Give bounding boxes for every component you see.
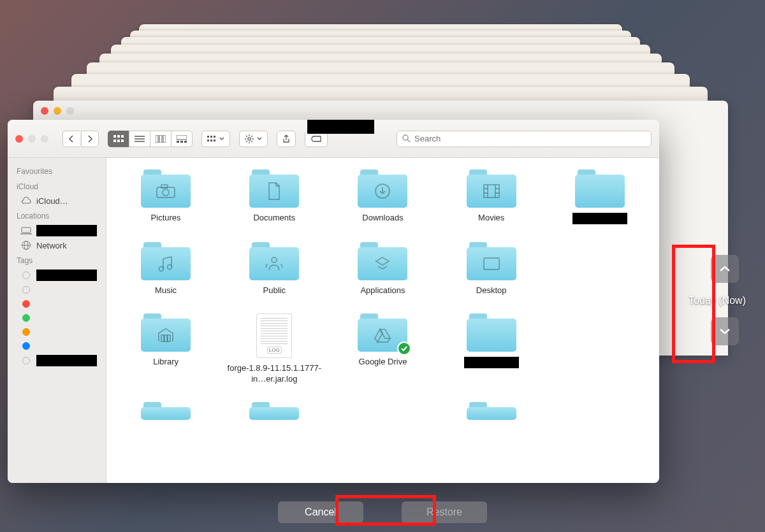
folder-icon <box>358 242 407 280</box>
svg-point-51 <box>272 257 277 262</box>
redacted-label <box>36 270 97 281</box>
folder-item[interactable] <box>548 169 652 224</box>
folder-icon <box>358 169 407 208</box>
sidebar-section-icloud: iCloud <box>8 178 106 194</box>
gear-icon <box>245 134 254 143</box>
sidebar-item-label: iCloud… <box>36 196 68 206</box>
svg-rect-33 <box>22 227 31 233</box>
sidebar-tag-item[interactable] <box>8 283 106 297</box>
laptop-icon <box>20 226 32 236</box>
svg-rect-52 <box>484 258 499 270</box>
svg-line-30 <box>251 136 252 137</box>
sidebar-tag-item[interactable] <box>8 268 106 283</box>
back-button[interactable] <box>62 131 80 147</box>
folder-icon <box>249 169 299 208</box>
restore-button[interactable]: Restore <box>402 501 487 523</box>
folder-item[interactable]: Downloads <box>331 169 434 224</box>
tag-dot-icon <box>22 271 30 279</box>
sidebar-tag-item[interactable] <box>8 339 106 353</box>
sidebar-tag-item[interactable] <box>8 353 106 368</box>
folder-item[interactable]: Library <box>114 313 217 384</box>
arrange-button[interactable] <box>201 131 230 147</box>
zoom-dot-icon <box>66 107 74 115</box>
svg-rect-53 <box>161 335 164 341</box>
column-view-button[interactable] <box>150 131 171 147</box>
globe-icon <box>20 240 32 250</box>
action-button[interactable] <box>239 131 268 147</box>
svg-rect-20 <box>210 140 212 141</box>
sidebar-section-tags: Tags <box>8 252 106 268</box>
svg-rect-18 <box>214 136 215 138</box>
sidebar-section-locations: Locations <box>8 208 106 223</box>
folder-icon <box>141 242 191 280</box>
sidebar-tag-item[interactable] <box>8 325 106 339</box>
window-close-button[interactable] <box>15 135 23 143</box>
folder-item[interactable]: Applications <box>331 242 434 296</box>
folder-item[interactable]: Documents <box>222 169 326 224</box>
icon-view-button[interactable] <box>108 131 129 147</box>
folder-item[interactable]: Pictures <box>114 169 217 224</box>
item-label: Pictures <box>151 213 181 223</box>
search-icon <box>402 134 411 143</box>
svg-point-39 <box>163 189 169 196</box>
gallery-view-button[interactable] <box>171 131 193 147</box>
folder-item[interactable]: Movies <box>440 169 543 224</box>
sidebar-tag-item[interactable] <box>8 297 106 311</box>
sidebar-item-icloud[interactable]: iCloud… <box>8 194 106 208</box>
folder-item[interactable] <box>222 402 326 420</box>
tag-dot-icon <box>22 342 30 350</box>
folder-icon <box>467 169 516 208</box>
svg-rect-14 <box>180 141 183 143</box>
item-label: Public <box>263 285 286 296</box>
tag-icon <box>310 135 322 143</box>
svg-rect-12 <box>177 135 187 140</box>
chevron-down-icon <box>219 137 224 141</box>
folder-item[interactable] <box>440 313 543 384</box>
forward-button[interactable] <box>81 131 99 147</box>
folder-icon <box>467 242 516 280</box>
svg-rect-40 <box>161 185 168 188</box>
share-icon <box>282 134 290 143</box>
folder-icon <box>141 402 191 420</box>
file-grid[interactable]: PicturesDocumentsDownloadsMoviesMusicPub… <box>106 158 659 483</box>
svg-rect-55 <box>168 335 170 341</box>
svg-rect-17 <box>210 136 212 138</box>
timeline-down-button[interactable] <box>711 317 739 345</box>
file-item[interactable]: LOGforge-1.8.9-11.15.1.1777-in…er.jar.lo… <box>222 313 326 384</box>
item-label: Movies <box>478 213 504 223</box>
sidebar-section-favourites: Favourites <box>8 163 106 178</box>
finder-window: Favourites iCloud iCloud… Locations Netw… <box>8 120 659 483</box>
svg-line-32 <box>407 140 410 142</box>
timeline-up-button[interactable] <box>711 255 739 283</box>
sidebar-item-network[interactable]: Network <box>8 238 106 252</box>
svg-rect-2 <box>121 135 124 138</box>
cancel-button[interactable]: Cancel <box>278 501 363 523</box>
search-input[interactable] <box>414 134 646 143</box>
folder-icon <box>467 313 516 352</box>
folder-item[interactable]: Public <box>222 242 326 296</box>
share-button[interactable] <box>277 131 296 147</box>
redacted-label <box>464 357 519 368</box>
folder-item[interactable]: Music <box>114 242 217 296</box>
sidebar-tag-item[interactable] <box>8 311 106 325</box>
sidebar-item-computer[interactable] <box>8 223 106 238</box>
svg-point-22 <box>248 137 251 140</box>
folder-item[interactable]: Desktop <box>440 242 543 296</box>
folder-item[interactable]: Google Drive <box>331 313 434 384</box>
redacted-label <box>572 213 627 224</box>
svg-rect-21 <box>214 140 215 141</box>
chevron-down-icon <box>719 327 731 335</box>
search-field[interactable] <box>397 131 652 147</box>
list-view-button[interactable] <box>129 131 150 147</box>
redacted-label <box>36 355 97 366</box>
close-dot-icon <box>41 107 48 115</box>
item-label: Downloads <box>362 213 403 223</box>
tag-dot-icon <box>22 286 30 294</box>
folder-item[interactable] <box>440 402 543 420</box>
window-minimize-button[interactable] <box>28 135 36 143</box>
window-zoom-button[interactable] <box>41 135 48 143</box>
redacted-label <box>36 225 97 236</box>
folder-item[interactable] <box>114 402 217 420</box>
svg-rect-9 <box>156 135 158 143</box>
nav-buttons <box>62 131 99 147</box>
